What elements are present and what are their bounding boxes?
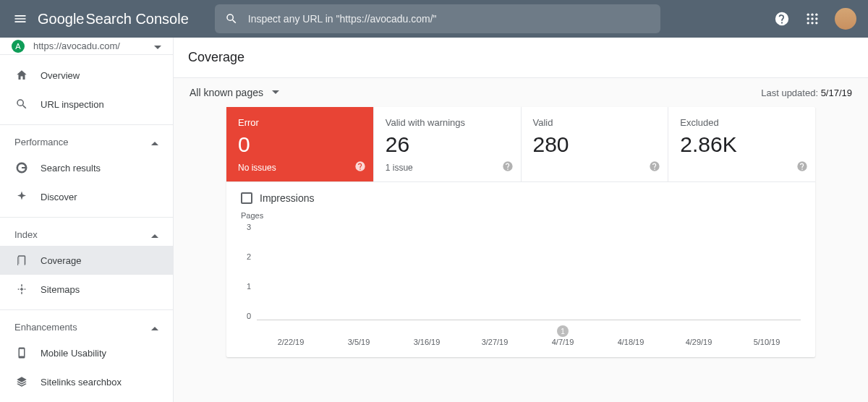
chevron-up-icon — [151, 322, 158, 333]
tab-label: Valid with warnings — [386, 117, 509, 128]
caret-down-icon — [272, 90, 279, 95]
home-icon — [14, 68, 29, 82]
tab-help-button[interactable] — [502, 161, 514, 174]
svg-point-1 — [811, 14, 813, 16]
help-circle-icon — [796, 161, 808, 172]
sidebar: A https://avocadu.com/ Overview URL insp… — [0, 38, 174, 402]
logo-product: Search Console — [86, 11, 189, 27]
sidebar-section-label: Enhancements — [14, 322, 77, 333]
apps-grid-icon — [805, 12, 820, 26]
svg-point-0 — [807, 14, 809, 16]
svg-point-5 — [815, 17, 817, 20]
coverage-icon — [14, 253, 29, 268]
page-filter-dropdown[interactable]: All known pages — [190, 87, 279, 98]
page-filter-label: All known pages — [190, 87, 263, 98]
sidebar-item-sitelinks-searchbox[interactable]: Sitelinks searchbox — [0, 367, 173, 396]
sidebar-item-search-results[interactable]: Search results — [0, 153, 173, 182]
tab-label: Error — [238, 117, 362, 128]
search-icon — [225, 12, 238, 25]
url-inspect-input[interactable] — [248, 13, 650, 25]
sidebar-item-label: Sitelinks searchbox — [41, 377, 122, 388]
sidebar-item-overview[interactable]: Overview — [0, 61, 173, 90]
hamburger-menu-button[interactable] — [12, 10, 29, 27]
caret-down-icon — [154, 40, 161, 52]
sitemaps-icon — [14, 282, 29, 296]
chart-annotation-badge: 1 — [557, 325, 569, 337]
svg-point-7 — [811, 22, 813, 24]
svg-point-2 — [815, 14, 817, 16]
hamburger-icon — [13, 12, 27, 26]
chart-y-title: Pages — [241, 211, 801, 220]
property-selector[interactable]: A https://avocadu.com/ — [0, 38, 173, 55]
help-button[interactable] — [774, 11, 790, 27]
last-updated: Last updated: 5/17/19 — [761, 87, 852, 98]
tab-help-button[interactable] — [796, 161, 808, 174]
page-header: Coverage — [174, 38, 868, 78]
sidebar-section-label: Index — [14, 229, 38, 240]
apps-button[interactable] — [804, 11, 820, 27]
impressions-checkbox[interactable] — [241, 192, 252, 204]
mobile-icon — [14, 346, 29, 360]
tab-label: Excluded — [680, 117, 804, 128]
chevron-up-icon — [151, 137, 158, 147]
tab-label: Valid — [533, 117, 657, 128]
sidebar-item-label: Sitemaps — [41, 284, 80, 295]
sidebar-section-performance[interactable]: Performance — [0, 131, 173, 153]
tab-excluded[interactable]: Excluded 2.86K — [668, 107, 815, 181]
user-avatar[interactable] — [835, 8, 856, 30]
sidebar-item-coverage[interactable]: Coverage — [0, 246, 173, 275]
svg-point-6 — [807, 22, 809, 24]
chart-x-axis: 2/22/193/5/193/16/193/27/194/7/194/18/19… — [241, 338, 801, 346]
tab-valid-with-warnings[interactable]: Valid with warnings 26 1 issue — [374, 107, 522, 181]
help-circle-icon — [354, 161, 366, 172]
sidebar-item-discover[interactable]: Discover — [0, 182, 173, 211]
svg-point-4 — [811, 17, 813, 20]
impressions-label: Impressions — [260, 192, 314, 204]
tab-issues: No issues — [238, 163, 362, 173]
tab-value: 280 — [533, 132, 657, 157]
chart-plot-area: 1 — [257, 223, 801, 320]
tab-value: 26 — [386, 132, 509, 157]
sidebar-item-sitemaps[interactable]: Sitemaps — [0, 275, 173, 304]
discover-icon — [14, 189, 29, 204]
sidebar-section-label: Performance — [14, 137, 68, 147]
help-circle-icon — [502, 161, 514, 172]
search-icon — [14, 97, 29, 111]
svg-point-3 — [807, 17, 809, 20]
sidebar-section-index[interactable]: Index — [0, 223, 173, 246]
property-badge: A — [12, 40, 25, 53]
product-logo: Google Search Console — [38, 11, 189, 27]
coverage-chart: Pages 3210 1 2/22/193/5/193/16/193/27/19… — [241, 211, 801, 341]
sidebar-item-mobile-usability[interactable]: Mobile Usability — [0, 338, 173, 367]
coverage-card: Error 0 No issues Valid with warnings 26… — [226, 107, 815, 357]
tab-help-button[interactable] — [354, 161, 366, 174]
tab-issues: 1 issue — [386, 163, 509, 173]
logo-google: Google — [38, 11, 85, 27]
tab-valid[interactable]: Valid 280 — [522, 107, 669, 181]
sidebar-item-url-inspection[interactable]: URL inspection — [0, 90, 173, 119]
tab-value: 0 — [238, 132, 362, 157]
tab-help-button[interactable] — [649, 161, 660, 174]
chart-y-axis: 3210 — [241, 223, 257, 320]
sidebar-item-label: URL inspection — [41, 99, 104, 110]
sidebar-section-enhancements[interactable]: Enhancements — [0, 316, 173, 338]
url-inspect-search[interactable] — [215, 4, 660, 33]
help-icon — [774, 11, 790, 27]
tab-value: 2.86K — [680, 132, 804, 157]
sidebar-item-label: Overview — [41, 70, 80, 81]
chevron-up-icon — [151, 229, 158, 240]
last-updated-label: Last updated: — [761, 87, 820, 98]
svg-point-8 — [815, 22, 817, 24]
property-url: https://avocadu.com/ — [33, 40, 145, 51]
tab-error[interactable]: Error 0 No issues — [226, 107, 374, 181]
sidebar-item-label: Search results — [41, 163, 101, 174]
google-g-icon — [14, 161, 29, 175]
layers-icon — [14, 375, 29, 389]
page-title: Coverage — [188, 50, 244, 65]
sidebar-item-label: Mobile Usability — [41, 348, 106, 359]
sidebar-item-label: Coverage — [41, 255, 81, 266]
help-circle-icon — [649, 161, 660, 172]
sidebar-item-label: Discover — [41, 192, 77, 202]
last-updated-date: 5/17/19 — [821, 87, 852, 98]
